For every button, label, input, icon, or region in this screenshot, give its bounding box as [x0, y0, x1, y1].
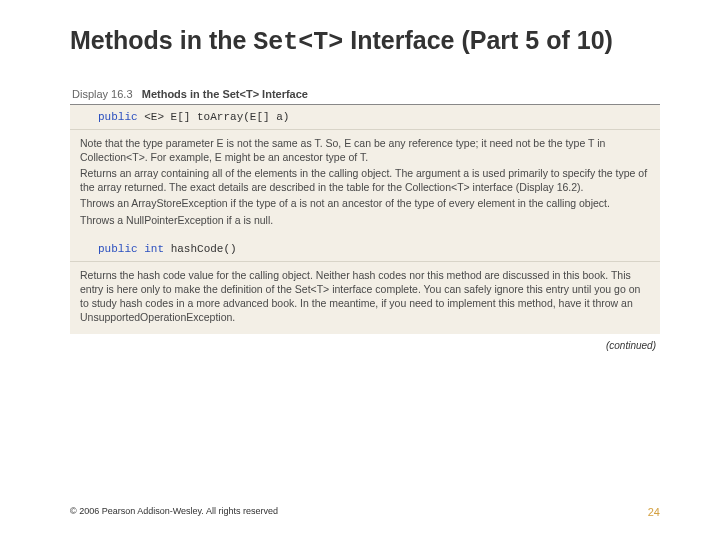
continued-label: (continued): [70, 340, 660, 351]
desc-line: Returns an array containing all of the e…: [80, 166, 650, 194]
footer: © 2006 Pearson Addison-Wesley. All right…: [70, 506, 660, 518]
method-signature-hashcode: public int hashCode(): [70, 237, 660, 261]
slide-title: Methods in the Set<T> Interface (Part 5 …: [70, 24, 660, 60]
keyword-int: int: [144, 243, 164, 255]
title-text-2: Interface (Part 5 of 10): [343, 26, 613, 54]
title-code: Set<T>: [253, 28, 343, 57]
display-label: Display 16.3: [72, 88, 133, 100]
display-header: Display 16.3 Methods in the Set<T> Inter…: [70, 88, 660, 100]
desc-line: Returns the hash code value for the call…: [80, 268, 650, 325]
desc-line: Throws a NullPointerException if a is nu…: [80, 213, 650, 227]
keyword-public: public: [98, 243, 138, 255]
display-title: Methods in the Set<T> Interface: [142, 88, 308, 100]
title-text-1: Methods in the: [70, 26, 253, 54]
method-signature-toarray: public <E> E[] toArray(E[] a): [70, 105, 660, 129]
sig-rest: hashCode(): [164, 243, 237, 255]
desc-line: Note that the type parameter E is not th…: [80, 136, 650, 164]
desc-line: Throws an ArrayStoreException if the typ…: [80, 196, 650, 210]
method-description-hashcode: Returns the hash code value for the call…: [70, 261, 660, 335]
page-number: 24: [648, 506, 660, 518]
sig-rest: <E> E[] toArray(E[] a): [138, 111, 290, 123]
method-description-toarray: Note that the type parameter E is not th…: [70, 129, 660, 237]
keyword-public: public: [98, 111, 138, 123]
copyright: © 2006 Pearson Addison-Wesley. All right…: [70, 506, 278, 518]
